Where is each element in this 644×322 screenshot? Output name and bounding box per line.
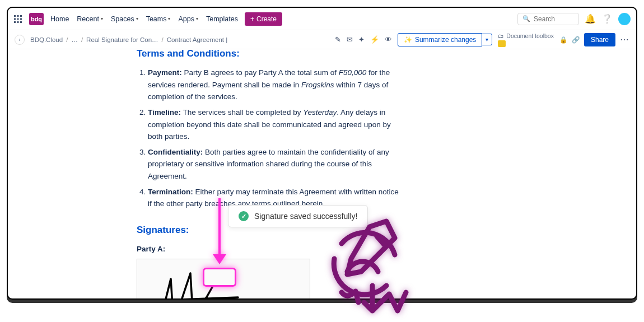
- nav-spaces[interactable]: Spaces▾: [111, 15, 138, 23]
- check-icon: ✓: [239, 211, 249, 221]
- crumb-sep: /: [66, 36, 68, 43]
- chevron-down-icon: ▾: [101, 16, 103, 21]
- nav-spaces-label: Spaces: [111, 15, 134, 23]
- watch-icon[interactable]: 👁: [385, 35, 392, 44]
- crumb-current[interactable]: Contract Agreement |: [167, 36, 227, 43]
- signatures-heading: Signatures:: [137, 222, 614, 237]
- summarize-group: ✨Summarize changes ▾: [398, 33, 492, 46]
- term-label: Termination:: [148, 188, 193, 196]
- summarize-label: Summarize changes: [415, 36, 476, 44]
- term-label: Timeline:: [148, 108, 181, 116]
- brand-logo[interactable]: bdq: [29, 13, 44, 25]
- create-label: Create: [256, 15, 277, 23]
- terms-heading: Terms and Conditions:: [137, 46, 614, 61]
- comment-icon[interactable]: ✉: [347, 35, 353, 44]
- nav-home[interactable]: Home: [50, 15, 69, 23]
- top-nav: bdq Home Recent▾ Spaces▾ Teams▾ Apps▾ Te…: [8, 8, 636, 30]
- nav-links: Home Recent▾ Spaces▾ Teams▾ Apps▾ Templa…: [50, 15, 238, 23]
- chevron-down-icon: ▾: [168, 16, 170, 21]
- crumb-parent[interactable]: Real Signature for Con…: [86, 36, 158, 43]
- summarize-dropdown[interactable]: ▾: [482, 34, 492, 45]
- avatar[interactable]: [618, 13, 631, 25]
- svg-rect-2: [20, 15, 22, 17]
- create-button[interactable]: +Create: [245, 12, 282, 26]
- chevron-down-icon: ▾: [196, 16, 198, 21]
- search-input-wrapper[interactable]: 🔍: [517, 13, 579, 25]
- term-text: Party B agrees to pay Party A the total …: [184, 68, 339, 77]
- crumb-sep: /: [81, 36, 83, 43]
- nav-recent-label: Recent: [77, 15, 99, 23]
- page-actions: ✎ ✉ ✦ ⚡ 👁: [335, 35, 392, 44]
- svg-rect-6: [14, 21, 16, 23]
- crumb-sep: /: [162, 36, 164, 43]
- document-toolbox[interactable]: 🗂Document toolbox: [498, 32, 554, 47]
- svg-rect-7: [17, 21, 19, 23]
- svg-rect-4: [17, 18, 19, 20]
- expand-sidebar-button[interactable]: ›: [15, 35, 25, 45]
- nav-apps-label: Apps: [178, 15, 194, 23]
- toolbox-icon: 🗂: [498, 32, 504, 39]
- help-icon[interactable]: ❔: [601, 13, 613, 24]
- list-item: Timeline: The services shall be complete…: [148, 106, 400, 143]
- edit-icon[interactable]: ✎: [335, 35, 341, 44]
- success-toast: ✓ Signature saved successfully!: [228, 205, 368, 227]
- party-a-label: Party A:: [137, 243, 614, 255]
- summarize-button[interactable]: ✨Summarize changes: [398, 33, 482, 46]
- svg-rect-5: [20, 18, 22, 20]
- notifications-icon[interactable]: 🔔: [585, 13, 596, 24]
- terms-list: Payment: Party B agrees to pay Party A t…: [137, 67, 400, 210]
- nav-teams-label: Teams: [146, 15, 167, 23]
- crumb-ellipsis[interactable]: …: [71, 36, 78, 43]
- list-item: Payment: Party B agrees to pay Party A t…: [148, 67, 400, 103]
- share-button[interactable]: Share: [584, 33, 615, 46]
- app-switcher-icon[interactable]: [13, 15, 22, 24]
- breadcrumb: BDQ.Cloud / … / Real Signature for Con… …: [30, 36, 227, 43]
- list-item: Confidentiality: Both parties agree to m…: [148, 146, 400, 183]
- link-icon[interactable]: 🔗: [572, 36, 580, 44]
- signature-canvas[interactable]: [137, 259, 310, 300]
- svg-rect-3: [14, 18, 16, 20]
- toast-message: Signature saved successfully!: [254, 212, 357, 221]
- star-icon[interactable]: ✦: [358, 35, 365, 44]
- term-label: Confidentiality:: [148, 148, 203, 156]
- toolbox-label: Document toolbox: [506, 32, 554, 39]
- automation-icon[interactable]: ⚡: [370, 35, 379, 44]
- crumb-space[interactable]: BDQ.Cloud: [30, 36, 63, 43]
- term-em: Yesterday: [303, 108, 337, 116]
- term-em: F50,000: [339, 68, 367, 77]
- chevron-down-icon: ▾: [136, 16, 138, 21]
- toolbox-thumb: [498, 40, 506, 47]
- search-input[interactable]: [534, 15, 574, 23]
- nav-templates[interactable]: Templates: [206, 15, 238, 23]
- svg-rect-8: [20, 21, 22, 23]
- term-em: Frogskins: [301, 81, 334, 89]
- more-icon[interactable]: ⋯: [620, 34, 629, 45]
- sparkle-icon: ✨: [404, 36, 412, 44]
- nav-teams[interactable]: Teams▾: [146, 15, 171, 23]
- nav-apps[interactable]: Apps▾: [178, 15, 198, 23]
- svg-rect-1: [17, 15, 19, 17]
- search-icon: 🔍: [522, 15, 530, 22]
- document-body: Terms and Conditions: Payment: Party B a…: [8, 46, 636, 300]
- nav-recent[interactable]: Recent▾: [77, 15, 103, 23]
- term-label: Payment:: [148, 68, 182, 77]
- svg-rect-0: [14, 15, 16, 17]
- term-text: The services shall be completed by: [183, 108, 304, 116]
- plus-icon: +: [250, 15, 254, 23]
- restrictions-icon[interactable]: 🔒: [559, 36, 567, 44]
